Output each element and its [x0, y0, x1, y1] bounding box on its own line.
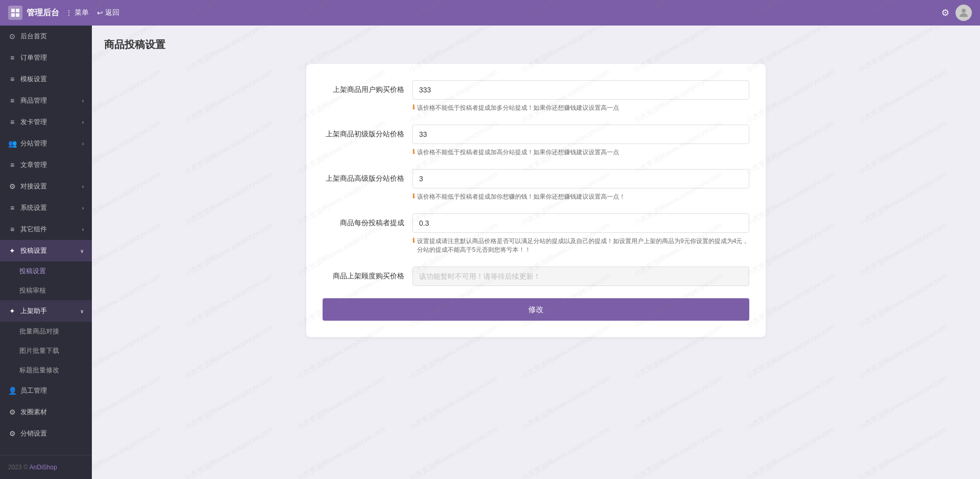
sidebar-sub-submission-review[interactable]: 投稿审核	[0, 281, 92, 300]
sidebar-item-submission[interactable]: ✦ 投稿设置 ∨	[0, 240, 92, 261]
label-price: 上架商品用户购买价格	[323, 85, 404, 94]
form-group-advanced-price: 上架商品高级版分站价格 ℹ 该价格不能低于投稿者提成加你想赚的钱！如果你还想赚钱…	[323, 169, 749, 201]
menu-icon: ⋮	[65, 9, 72, 17]
templates-icon: ≡	[8, 75, 16, 83]
sidebar-item-articles[interactable]: ≡ 文章管理	[0, 154, 92, 176]
input-advanced-price[interactable]	[412, 169, 749, 188]
svg-rect-2	[11, 13, 15, 17]
header-logo: 管理后台	[8, 6, 59, 20]
cards-chevron: ›	[82, 119, 84, 125]
integration-chevron: ›	[82, 184, 84, 189]
listing-icon: ✦	[8, 307, 16, 315]
cards-icon: ≡	[8, 118, 16, 126]
brand-link[interactable]: AnDiShop	[30, 464, 57, 471]
sidebar-item-materials[interactable]: ⚙ 发圈素材	[0, 401, 92, 423]
settings-icon[interactable]: ⚙	[941, 7, 949, 18]
sidebar-sub-batch-images[interactable]: 图片批量下载	[0, 341, 92, 361]
products-chevron: ›	[82, 98, 84, 104]
back-button[interactable]: ↩ 返回	[97, 8, 119, 17]
components-chevron: ›	[82, 227, 84, 232]
avatar[interactable]	[955, 5, 972, 21]
system-icon: ≡	[8, 204, 16, 212]
sidebar-item-branches[interactable]: 👥 分站管理 ›	[0, 133, 92, 154]
site-title: 管理后台	[27, 8, 59, 18]
label-advanced-price: 上架商品高级版分站价格	[323, 174, 404, 183]
hint-advanced-price: ℹ 该价格不能低于投稿者提成加你想赚的钱！如果你还想赚钱建议设置高一点！	[412, 193, 749, 201]
integration-icon: ⚙	[8, 182, 16, 190]
label-basic-price: 上架商品初级版分站价格	[323, 130, 404, 139]
staff-icon: 👤	[8, 387, 16, 395]
hint-icon-commission: ℹ	[412, 237, 415, 244]
header-left: 管理后台 ⋮ 菜单 ↩ 返回	[8, 6, 119, 20]
form-card: 上架商品用户购买价格 ℹ 该价格不能低于投稿者提成加多分站提成！如果你还想赚钱建…	[306, 64, 766, 337]
input-listing-price	[412, 267, 749, 286]
hint-price: ℹ 该价格不能低于投稿者提成加多分站提成！如果你还想赚钱建议设置高一点	[412, 104, 749, 112]
sidebar-item-staff[interactable]: 👤 员工管理	[0, 380, 92, 401]
content-area: 商品投稿设置 上架商品用户购买价格 ℹ 该价格不能低于投稿者提成加多分站提成！如…	[92, 26, 980, 479]
articles-icon: ≡	[8, 161, 16, 169]
header-nav: ⋮ 菜单 ↩ 返回	[65, 8, 119, 17]
form-row-price: 上架商品用户购买价格	[323, 80, 749, 100]
input-basic-price[interactable]	[412, 125, 749, 144]
form-group-listing-price: 商品上架顾度购买价格	[323, 267, 749, 286]
submission-chevron: ∨	[80, 248, 84, 254]
page-title: 商品投稿设置	[104, 38, 968, 52]
listing-chevron: ∨	[80, 308, 84, 314]
svg-rect-0	[11, 9, 15, 12]
back-icon: ↩	[97, 9, 103, 17]
sidebar-sub-submission-settings[interactable]: 投稿设置	[0, 261, 92, 281]
form-group-price: 上架商品用户购买价格 ℹ 该价格不能低于投稿者提成加多分站提成！如果你还想赚钱建…	[323, 80, 749, 112]
sidebar-item-system[interactable]: ≡ 系统设置 ›	[0, 197, 92, 219]
sidebar-item-products[interactable]: ≡ 商品管理 ›	[0, 90, 92, 111]
form-group-commission: 商品每份投稿者提成 ℹ 设置提成请注意默认商品价格是否可以满足分站的提成以及自己…	[323, 213, 749, 254]
form-group-basic-price: 上架商品初级版分站价格 ℹ 该价格不能低于投稿者提成加高分站提成！如果你还想赚钱…	[323, 125, 749, 157]
header: 管理后台 ⋮ 菜单 ↩ 返回 ⚙	[0, 0, 980, 26]
submit-button[interactable]: 修改	[323, 298, 749, 321]
sidebar: ⊙ 后台首页 ≡ 订单管理 ≡ 模板设置 ≡ 商品管理 › ≡ 发卡管理 › 👥…	[0, 26, 92, 479]
orders-icon: ≡	[8, 54, 16, 62]
dashboard-icon: ⊙	[8, 32, 16, 40]
hint-icon-price: ℹ	[412, 104, 415, 111]
logo-icon	[8, 6, 22, 20]
svg-point-4	[962, 9, 966, 13]
label-commission: 商品每份投稿者提成	[323, 219, 404, 228]
sidebar-item-distribution[interactable]: ⚙ 分销设置	[0, 423, 92, 444]
submission-icon: ✦	[8, 247, 16, 255]
sidebar-item-components[interactable]: ≡ 其它组件 ›	[0, 219, 92, 240]
products-icon: ≡	[8, 97, 16, 105]
components-icon: ≡	[8, 225, 16, 233]
sidebar-item-dashboard[interactable]: ⊙ 后台首页	[0, 26, 92, 47]
hint-basic-price: ℹ 该价格不能低于投稿者提成加高分站提成！如果你还想赚钱建议设置高一点	[412, 148, 749, 157]
hint-icon-advanced: ℹ	[412, 193, 415, 200]
form-row-commission: 商品每份投稿者提成	[323, 213, 749, 233]
sidebar-item-cards[interactable]: ≡ 发卡管理 ›	[0, 111, 92, 133]
input-price[interactable]	[412, 80, 749, 100]
hint-commission: ℹ 设置提成请注意默认商品价格是否可以满足分站的提成以及自己的提成！如设置用户上…	[412, 237, 749, 254]
sidebar-item-listing[interactable]: ✦ 上架助手 ∨	[0, 300, 92, 322]
system-chevron: ›	[82, 205, 84, 211]
sidebar-sub-batch-titles[interactable]: 标题批量修改	[0, 361, 92, 380]
header-right: ⚙	[941, 5, 972, 21]
svg-rect-3	[16, 13, 19, 17]
input-commission[interactable]	[412, 213, 749, 233]
sidebar-footer: 2023 © AnDiShop	[0, 455, 92, 479]
sidebar-item-integration[interactable]: ⚙ 对接设置 ›	[0, 176, 92, 197]
main-layout: ⊙ 后台首页 ≡ 订单管理 ≡ 模板设置 ≡ 商品管理 › ≡ 发卡管理 › 👥…	[0, 26, 980, 479]
label-listing-price: 商品上架顾度购买价格	[323, 272, 404, 281]
sidebar-item-orders[interactable]: ≡ 订单管理	[0, 47, 92, 68]
form-row-basic-price: 上架商品初级版分站价格	[323, 125, 749, 144]
form-row-advanced-price: 上架商品高级版分站价格	[323, 169, 749, 188]
sidebar-item-templates[interactable]: ≡ 模板设置	[0, 68, 92, 90]
hint-icon-basic: ℹ	[412, 148, 415, 155]
form-row-listing-price: 商品上架顾度购买价格	[323, 267, 749, 286]
sidebar-sub-batch-products[interactable]: 批量商品对接	[0, 322, 92, 341]
materials-icon: ⚙	[8, 408, 16, 416]
branches-chevron: ›	[82, 141, 84, 147]
distribution-icon: ⚙	[8, 429, 16, 438]
menu-button[interactable]: ⋮ 菜单	[65, 8, 89, 17]
svg-rect-1	[16, 9, 19, 12]
branches-icon: 👥	[8, 139, 16, 148]
